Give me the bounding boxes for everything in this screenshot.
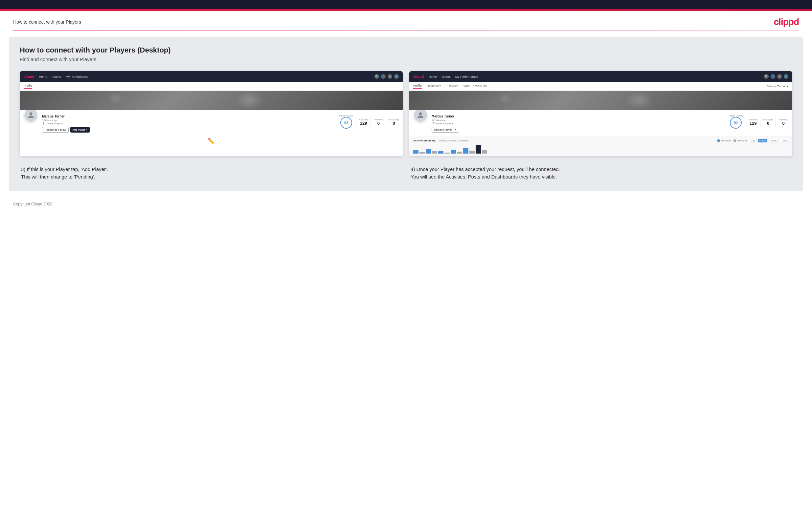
right-navbar: clippd Home Teams My Performance 🔍 👤 ⚙ 🌐 bbox=[409, 71, 792, 82]
right-activity-section: Activity Summary Monthly Activity · 6 Mo… bbox=[409, 136, 792, 156]
captions-row: 3) If this is your Player tap, 'Add Play… bbox=[20, 165, 792, 181]
bar-5-offcourse bbox=[469, 151, 475, 154]
left-nav-teams: Teams bbox=[52, 75, 61, 78]
right-tab-whattoworkon[interactable]: What To Work On bbox=[463, 84, 487, 88]
left-quality-stat: Player Quality 92 bbox=[339, 115, 353, 129]
right-player-name: Marcus Turner bbox=[432, 115, 725, 118]
add-player-button[interactable]: Add Player + bbox=[70, 127, 90, 132]
left-tab-profile[interactable]: Profile bbox=[23, 84, 32, 89]
left-quality-circle: 92 bbox=[340, 117, 352, 129]
offcourse-legend-label: Off course bbox=[737, 139, 747, 142]
right-quality-stat: Player Quality 92 bbox=[728, 115, 743, 129]
left-stat-divider3 bbox=[386, 117, 386, 127]
caption-4-text: 4) Once your Player has accepted your re… bbox=[411, 165, 791, 181]
right-settings-icon: ⚙ bbox=[777, 74, 782, 79]
clippd-logo: clippd bbox=[774, 17, 799, 27]
right-buttons-row: Remove Player ✕ bbox=[432, 127, 725, 132]
offcourse-legend-dot bbox=[733, 139, 736, 142]
remove-player-button[interactable]: Remove Player ✕ bbox=[432, 127, 459, 132]
left-nav-icons: 🔍 👤 ⚙ 🌐 bbox=[374, 74, 399, 79]
right-stats-row: Player Quality 92 Activities 129 Followe… bbox=[728, 115, 789, 129]
left-scroll-area: ✏️ bbox=[20, 136, 403, 146]
page-footer: Copyright Clippd 2022 bbox=[0, 197, 812, 211]
left-player-info: Marcus Turner 1-5 Handicap 📍 United King… bbox=[42, 115, 335, 132]
right-following-stat: Following 0 bbox=[778, 118, 789, 126]
left-search-icon: 🔍 bbox=[374, 74, 379, 79]
left-subtabs: Profile bbox=[20, 82, 403, 91]
right-tab-profile[interactable]: Profile bbox=[413, 84, 422, 89]
bar-2-oncourse bbox=[426, 149, 431, 154]
period-3mths-button[interactable]: 3 mths bbox=[769, 139, 778, 143]
left-stat-divider2 bbox=[370, 117, 371, 127]
left-banner-pattern bbox=[20, 91, 403, 110]
left-stat-divider1 bbox=[356, 117, 356, 127]
bar-3-offcourse bbox=[445, 153, 450, 154]
right-activity-header: Activity Summary Monthly Activity · 6 Mo… bbox=[413, 139, 789, 143]
left-user-icon: 👤 bbox=[381, 74, 386, 79]
right-stat-divider1 bbox=[746, 117, 746, 127]
svg-point-0 bbox=[30, 112, 33, 115]
left-banner bbox=[20, 91, 403, 110]
left-player-location: 📍 United Kingdom bbox=[42, 122, 335, 125]
left-nav-performance: My Performance bbox=[66, 75, 89, 78]
right-player-info: Marcus Turner 1-5 Handicap 📍 United King… bbox=[432, 115, 725, 132]
right-profile-section: Marcus Turner 1-5 Handicap 📍 United King… bbox=[409, 110, 792, 136]
oncourse-legend-dot bbox=[717, 139, 720, 142]
copyright-text: Copyright Clippd 2022 bbox=[13, 202, 52, 207]
screenshot-left: clippd Home Teams My Performance 🔍 👤 ⚙ 🌐… bbox=[20, 71, 403, 156]
bar-4-oncourse bbox=[451, 150, 456, 154]
edit-icon: ✏️ bbox=[208, 137, 215, 145]
left-following-stat: Following 0 bbox=[389, 118, 399, 126]
right-stat-divider3 bbox=[775, 117, 776, 127]
section-title: How to connect with your Players (Deskto… bbox=[20, 46, 792, 54]
request-to-follow-button[interactable]: Request to Follow bbox=[42, 127, 69, 132]
right-banner bbox=[409, 91, 792, 110]
left-buttons-row: Request to Follow Add Player + bbox=[42, 127, 335, 132]
left-settings-icon: ⚙ bbox=[388, 74, 392, 79]
oncourse-legend-label: On course bbox=[721, 139, 731, 142]
right-nav-home: Home bbox=[428, 75, 437, 78]
screenshot-right: clippd Home Teams My Performance 🔍 👤 ⚙ 🌐… bbox=[409, 71, 792, 156]
top-bar bbox=[0, 0, 812, 9]
screenshots-row: clippd Home Teams My Performance 🔍 👤 ⚙ 🌐… bbox=[20, 71, 792, 156]
bar-2-offcourse bbox=[432, 151, 437, 154]
caption-3-text: 3) If this is your Player tap, 'Add Play… bbox=[21, 165, 401, 181]
right-user-icon: 👤 bbox=[771, 74, 775, 79]
right-subtabs: Profile Dashboard Activities What To Wor… bbox=[409, 82, 792, 91]
right-avatar bbox=[413, 108, 428, 122]
right-tab-activities[interactable]: Activities bbox=[447, 84, 459, 88]
left-activities-stat: Activities 129 bbox=[359, 118, 368, 126]
period-1mth-button[interactable]: 1 mth bbox=[780, 139, 789, 143]
bar-5-oncourse bbox=[463, 148, 468, 154]
main-content: How to connect with your Players (Deskto… bbox=[9, 37, 803, 191]
bar-3-oncourse bbox=[438, 151, 444, 154]
left-avatar bbox=[23, 108, 38, 122]
right-nav-performance: My Performance bbox=[455, 75, 478, 78]
right-player-location: 📍 United Kingdom bbox=[432, 122, 725, 125]
period-6mths-button[interactable]: 6 mths bbox=[758, 139, 768, 143]
left-nav-home: Home bbox=[39, 75, 47, 78]
right-nav-icons: 🔍 👤 ⚙ 🌐 bbox=[764, 74, 789, 79]
left-stats-row: Player Quality 92 Activities 129 Followe… bbox=[339, 115, 399, 129]
left-followers-stat: Followers 0 bbox=[373, 118, 383, 126]
left-navbar: clippd Home Teams My Performance 🔍 👤 ⚙ 🌐 bbox=[20, 71, 403, 82]
section-subtitle: Find and connect with your Players bbox=[20, 56, 792, 62]
bar-6-offcourse bbox=[482, 150, 487, 154]
bar-1-oncourse bbox=[413, 150, 418, 154]
period-1yr-button[interactable]: 1 yr bbox=[750, 139, 757, 143]
right-search-icon: 🔍 bbox=[764, 74, 769, 79]
right-nav-teams: Teams bbox=[442, 75, 451, 78]
left-nav-logo: clippd bbox=[23, 74, 34, 78]
bar-6-oncourse bbox=[476, 145, 481, 154]
bar-4-offcourse bbox=[457, 152, 462, 154]
svg-point-1 bbox=[419, 112, 422, 115]
right-tab-dashboard[interactable]: Dashboard bbox=[427, 84, 442, 88]
activity-chart bbox=[413, 145, 789, 154]
left-player-handicap: 1-5 Handicap bbox=[42, 119, 335, 122]
right-tab-player-select[interactable]: Marcus Turner ▾ bbox=[767, 84, 789, 88]
activity-period: Monthly Activity · 6 Months bbox=[439, 139, 468, 142]
right-stat-divider2 bbox=[760, 117, 760, 127]
breadcrumb: How to connect with your Players bbox=[13, 19, 81, 24]
caption-3-block: 3) If this is your Player tap, 'Add Play… bbox=[20, 165, 403, 181]
activity-title: Activity Summary bbox=[413, 139, 436, 142]
